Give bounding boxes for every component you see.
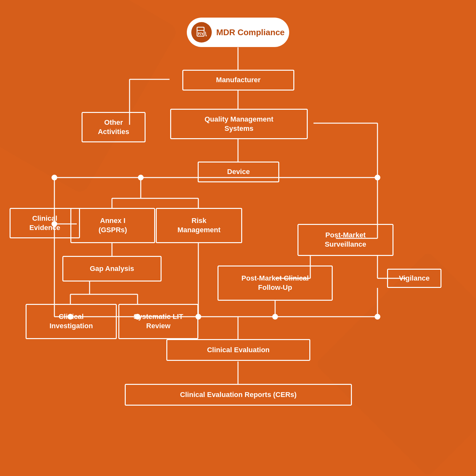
clinical-investigation-node: Clinical Investigation (26, 304, 117, 339)
systematic-lit-label: Systematic LIT Review (130, 310, 187, 333)
document-chart-icon (196, 27, 207, 38)
post-market-clinical-node: Post-Market Clinical Follow-Up (218, 266, 333, 301)
systematic-lit-node: Systematic LIT Review (118, 304, 198, 339)
gap-analysis-label: Gap Analysis (86, 262, 138, 276)
other-activities-node: Other Activities (82, 112, 146, 142)
clinical-evaluation-reports-node: Clinical Evaluation Reports (CERs) (125, 384, 352, 406)
post-market-surveillance-node: Post-Market Surveillance (298, 224, 393, 256)
svg-point-41 (138, 175, 144, 180)
svg-point-39 (272, 314, 278, 320)
diagram-container: MDR Compliance Manufacturer Other Activi… (0, 0, 476, 476)
clinical-evaluation-reports-label: Clinical Evaluation Reports (CERs) (176, 388, 300, 402)
manufacturer-label: Manufacturer (212, 73, 264, 87)
vigilance-label: Vigilance (395, 271, 433, 286)
post-market-surveillance-label: Post-Market Surveillance (321, 228, 370, 251)
clinical-investigation-label: Clinical Investigation (46, 310, 97, 333)
clinical-evaluation-node: Clinical Evaluation (166, 339, 310, 361)
clinical-evidence-node: Clinical Evidence (10, 208, 80, 238)
device-label: Device (223, 165, 254, 179)
manufacturer-node: Manufacturer (182, 70, 294, 91)
gap-analysis-node: Gap Analysis (62, 256, 162, 282)
header-icon-circle (191, 22, 212, 43)
annex-node: Annex I (GSPRs) (70, 208, 155, 243)
clinical-evaluation-label: Clinical Evaluation (203, 343, 274, 357)
quality-management-node: Quality Management Systems (170, 109, 308, 139)
risk-management-node: Risk Management (156, 208, 242, 243)
other-activities-label: Other Activities (94, 115, 133, 139)
vigilance-node: Vigilance (387, 269, 441, 288)
post-market-clinical-label: Post-Market Clinical Follow-Up (238, 271, 313, 295)
risk-management-label: Risk Management (174, 214, 224, 237)
quality-management-label: Quality Management Systems (201, 112, 277, 136)
header-pill: MDR Compliance (187, 18, 289, 47)
annex-label: Annex I (GSPRs) (95, 214, 131, 237)
bg-decoration-1 (0, 0, 179, 195)
device-node: Device (198, 162, 279, 182)
svg-line-47 (205, 32, 206, 36)
header-title: MDR Compliance (216, 28, 285, 37)
clinical-evidence-label: Clinical Evidence (26, 211, 64, 235)
svg-point-34 (375, 175, 380, 180)
svg-line-48 (206, 36, 207, 36)
